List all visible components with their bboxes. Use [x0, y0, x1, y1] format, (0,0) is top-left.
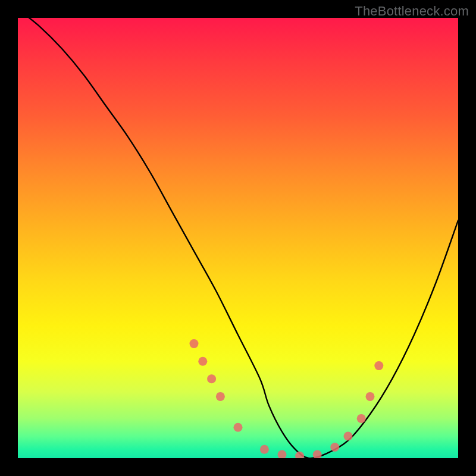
marker-dot: [330, 443, 339, 452]
marker-dot: [278, 450, 287, 458]
marker-dot: [198, 357, 207, 366]
highlight-markers: [190, 339, 384, 458]
marker-dot: [344, 432, 353, 441]
marker-dot: [313, 450, 322, 458]
watermark-text: TheBottleneck.com: [355, 4, 469, 19]
marker-dot: [216, 392, 225, 401]
marker-dot: [260, 445, 269, 454]
marker-dot: [357, 414, 366, 423]
chart-plot-area: [18, 18, 458, 458]
marker-dot: [190, 339, 199, 348]
marker-dot: [374, 361, 383, 370]
chart-frame: [18, 18, 458, 458]
chart-svg: [18, 18, 458, 458]
marker-dot: [295, 452, 304, 458]
marker-dot: [207, 374, 216, 383]
marker-dot: [366, 392, 375, 401]
bottleneck-curve: [18, 18, 458, 458]
marker-dot: [234, 423, 243, 432]
